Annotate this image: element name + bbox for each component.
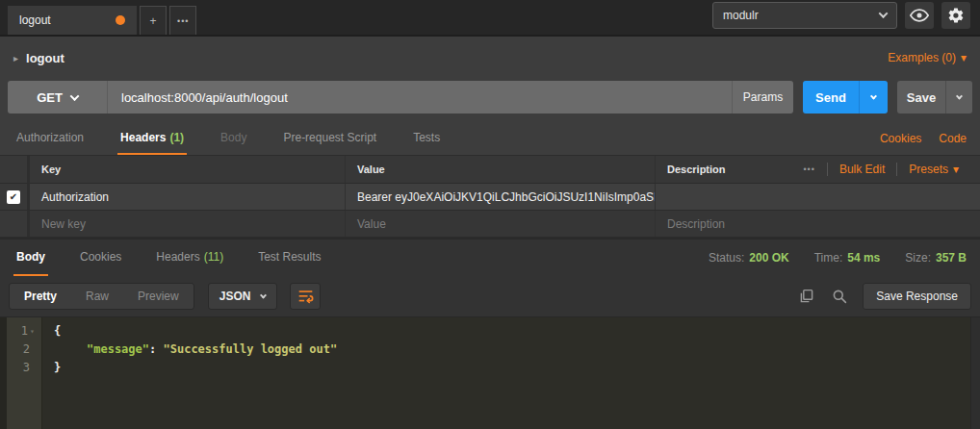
- column-header-description: Description ••• Bulk Edit Presets ▾: [656, 156, 980, 183]
- tab-tests[interactable]: Tests: [410, 121, 443, 155]
- response-tab-test-results[interactable]: Test Results: [255, 240, 323, 276]
- eye-icon: [910, 9, 929, 22]
- editor-left-edge: [0, 317, 7, 429]
- params-button[interactable]: Params: [732, 81, 793, 114]
- request-tab-label: logout: [19, 13, 51, 27]
- ellipsis-icon: •••: [177, 16, 189, 26]
- chevron-down-icon: [260, 291, 267, 298]
- response-tab-cookies[interactable]: Cookies: [77, 240, 124, 276]
- send-options-button[interactable]: [859, 81, 888, 114]
- editor-scrollbar[interactable]: [970, 317, 980, 429]
- save-response-button[interactable]: Save Response: [863, 283, 971, 310]
- size-label: Size:: [905, 251, 931, 265]
- tab-pre-request-script[interactable]: Pre-request Script: [280, 121, 379, 155]
- method-selector[interactable]: GET: [8, 81, 108, 114]
- size-value: 357 B: [936, 251, 967, 265]
- header-row-authorization: ✔ Authorization Bearer eyJ0eXAiOiJKV1QiL…: [0, 184, 980, 211]
- check-icon: ✔: [10, 191, 17, 202]
- status-value: 200 OK: [749, 251, 788, 265]
- copy-icon: [799, 289, 814, 304]
- new-header-row: New key Value Description: [0, 211, 980, 238]
- header-value-cell[interactable]: Bearer eyJ0eXAiOiJKV1QiLCJhbGciOiJSUzI1N…: [346, 184, 656, 210]
- search-response-button[interactable]: [830, 287, 849, 306]
- examples-dropdown[interactable]: Examples (0) ▾: [888, 51, 967, 64]
- line-number: 3: [23, 359, 30, 377]
- environment-name: modulr: [723, 9, 759, 22]
- url-bar: GET localhost:8000/api/auth/logout Param…: [8, 81, 793, 114]
- caret-down-icon: ▾: [961, 51, 967, 64]
- view-raw[interactable]: Raw: [71, 284, 123, 309]
- code-line: "message": "Successfully logged out": [54, 341, 970, 359]
- response-tab-body[interactable]: Body: [13, 240, 48, 276]
- response-body-code[interactable]: { "message": "Successfully logged out" }: [42, 317, 970, 429]
- tab-body[interactable]: Body: [218, 121, 249, 155]
- top-right-controls: modulr: [712, 2, 980, 34]
- request-tabs-bar: Authorization Headers (1) Body Pre-reque…: [0, 121, 980, 155]
- new-description-input[interactable]: Description: [656, 211, 980, 237]
- send-button[interactable]: Send: [803, 81, 859, 114]
- json-string-value: "Successfully logged out": [163, 342, 337, 356]
- column-header-value: Value: [346, 156, 656, 183]
- tab-authorization[interactable]: Authorization: [13, 121, 87, 155]
- response-tabs-bar: Body Cookies Headers (11) Test Results S…: [0, 240, 980, 276]
- request-tab-logout[interactable]: logout: [8, 6, 137, 35]
- new-tab-button[interactable]: +: [140, 6, 167, 35]
- search-icon: [832, 289, 847, 304]
- collapse-arrow-icon[interactable]: ▸: [13, 53, 18, 63]
- gear-icon: [947, 7, 965, 24]
- time-value: 54 ms: [847, 251, 880, 265]
- caret-down-icon: ▾: [953, 163, 959, 176]
- chevron-down-icon: [956, 92, 963, 99]
- fold-caret-icon[interactable]: ▾: [30, 322, 38, 341]
- save-options-button[interactable]: [945, 81, 972, 114]
- response-headers-count-badge: (11): [204, 250, 223, 264]
- plus-icon: +: [149, 14, 156, 28]
- chevron-down-icon: [879, 9, 889, 18]
- tab-headers[interactable]: Headers (1): [117, 121, 187, 155]
- unsaved-changes-dot-icon: [116, 15, 125, 25]
- headers-key-value-editor: Key Value Description ••• Bulk Edit Pres…: [0, 155, 980, 238]
- url-input[interactable]: localhost:8000/api/auth/logout: [108, 81, 732, 114]
- header-key-cell[interactable]: Authorization: [30, 184, 346, 210]
- cookies-link[interactable]: Cookies: [880, 132, 921, 145]
- environment-selector[interactable]: modulr: [712, 2, 897, 29]
- presets-dropdown[interactable]: Presets ▾: [897, 163, 970, 176]
- headers-count-badge: (1): [169, 131, 184, 144]
- chevron-down-icon: [69, 91, 79, 101]
- response-meta: Status:200 OK Time:54 ms Size:357 B: [709, 240, 967, 276]
- request-title-group[interactable]: ▸ logout: [13, 51, 64, 65]
- settings-button[interactable]: [941, 2, 970, 29]
- format-label: JSON: [219, 290, 251, 303]
- wrap-lines-button[interactable]: [290, 283, 321, 310]
- request-title-row: ▸ logout Examples (0) ▾: [0, 37, 980, 79]
- response-tab-headers[interactable]: Headers (11): [153, 240, 226, 276]
- more-tabs-button[interactable]: •••: [169, 6, 196, 35]
- save-split-button: Save: [897, 81, 972, 114]
- code-link[interactable]: Code: [939, 132, 967, 145]
- checkbox-column-header: [0, 156, 30, 183]
- headers-table-header-row: Key Value Description ••• Bulk Edit Pres…: [0, 156, 980, 184]
- new-key-input[interactable]: New key: [30, 211, 346, 237]
- method-label: GET: [37, 90, 63, 105]
- view-pretty[interactable]: Pretty: [10, 284, 71, 309]
- save-button[interactable]: Save: [897, 81, 945, 114]
- response-format-selector[interactable]: JSON: [208, 283, 278, 310]
- bulk-edit-button[interactable]: Bulk Edit: [828, 163, 896, 176]
- examples-label: Examples (0): [888, 51, 956, 64]
- chevron-down-icon: [870, 92, 877, 99]
- header-row-checkbox[interactable]: ✔: [7, 190, 20, 204]
- view-preview[interactable]: Preview: [123, 284, 193, 309]
- time-label: Time:: [814, 251, 843, 265]
- send-split-button: Send: [803, 81, 888, 114]
- environment-quick-look-button[interactable]: [905, 2, 934, 29]
- code-line: }: [54, 359, 970, 377]
- new-value-input[interactable]: Value: [346, 211, 656, 237]
- wrap-text-icon: [297, 290, 314, 304]
- response-view-switcher: Pretty Raw Preview: [9, 283, 194, 310]
- header-description-cell[interactable]: [656, 184, 980, 210]
- column-options-button[interactable]: •••: [791, 164, 826, 174]
- status-label: Status:: [709, 251, 744, 265]
- column-header-key: Key: [30, 156, 346, 183]
- response-pane: Body Cookies Headers (11) Test Results S…: [0, 238, 980, 429]
- copy-response-button[interactable]: [797, 287, 816, 306]
